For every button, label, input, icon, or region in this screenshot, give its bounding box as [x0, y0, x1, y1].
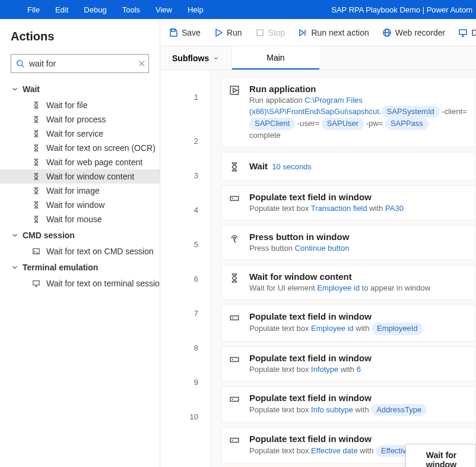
step-desc: Populate text box Transaction field with…	[249, 203, 468, 214]
tree-item[interactable]: Wait for file	[0, 98, 160, 112]
globe-icon	[382, 28, 392, 37]
tree-category-label: Terminal emulation	[23, 263, 98, 272]
run-next-button[interactable]: Run next action	[298, 28, 369, 37]
step-icon	[229, 394, 240, 405]
action-search-input[interactable]	[29, 59, 133, 68]
toolbar: Save Run Stop Run next action Web record…	[160, 19, 476, 46]
tree-item[interactable]: Wait for service	[0, 127, 160, 141]
tree-category-label: CMD session	[23, 231, 75, 240]
tree-item[interactable]: Wait for web page content	[0, 155, 160, 169]
flow-step[interactable]: Populate text field in windowPopulate te…	[221, 305, 476, 341]
sidebar-title: Actions	[0, 30, 160, 54]
flow-step[interactable]: Populate text field in windowPopulate te…	[221, 346, 476, 381]
drag-tooltip-title: Wait for window content	[426, 450, 467, 467]
menu-file[interactable]: File	[27, 5, 40, 14]
menu-edit[interactable]: Edit	[55, 5, 68, 14]
tree-item-label: Wait for text on CMD session	[46, 247, 154, 256]
action-icon	[32, 144, 40, 152]
chevron-down-icon	[11, 85, 19, 93]
tree-item-label: Wait for image	[46, 186, 100, 195]
action-icon	[32, 215, 40, 223]
web-recorder-button[interactable]: Web recorder	[382, 28, 446, 37]
tree-item-label: Wait for text on terminal session	[46, 279, 160, 288]
subflows-dropdown[interactable]: Subflows	[160, 46, 232, 70]
tree-item-label: Wait for window	[46, 200, 104, 210]
step-icon	[229, 273, 240, 283]
action-icon	[32, 101, 40, 109]
clear-search-icon[interactable]	[138, 59, 146, 68]
stop-icon	[255, 28, 265, 37]
action-icon	[32, 201, 40, 209]
desktop-icon	[458, 28, 468, 37]
menu-view[interactable]: View	[156, 5, 172, 14]
step-title: Populate text field in window	[249, 393, 468, 403]
tree-item[interactable]: Wait for image	[0, 184, 160, 198]
step-icon	[229, 354, 240, 365]
menu-tools[interactable]: Tools	[122, 5, 140, 14]
action-icon	[32, 158, 40, 166]
tree-item[interactable]: Wait for process	[0, 112, 160, 127]
line-number: 6	[160, 261, 210, 296]
tree-category-label: Wait	[23, 84, 40, 94]
desktop-recorder-button[interactable]: Desktop recon	[458, 28, 476, 37]
step-title: Populate text field in window	[249, 311, 468, 321]
step-icon	[229, 435, 240, 446]
step-desc: Press button Continue button	[249, 243, 468, 254]
tree-item-label: Wait for file	[46, 100, 88, 110]
line-number: 4	[160, 193, 210, 227]
drag-tooltip: Wait for window content Wait for window …	[405, 444, 476, 467]
run-button[interactable]: Run	[214, 28, 242, 37]
line-gutter: 12345678910	[160, 70, 211, 467]
action-tree: WaitWait for fileWait for processWait fo…	[0, 80, 160, 291]
step-desc: Populate text box Infotype with 6	[249, 364, 468, 375]
action-search[interactable]	[11, 54, 149, 73]
step-title: Populate text field in window	[249, 353, 468, 363]
tree-item-label: Wait for window content	[46, 172, 134, 181]
line-number: 3	[160, 158, 210, 193]
subflow-bar: Subflows Main	[160, 46, 476, 70]
line-number: 5	[160, 227, 210, 261]
menu-debug[interactable]: Debug	[84, 5, 106, 14]
tree-category[interactable]: Terminal emulation	[0, 258, 160, 276]
flow-step[interactable]: Press button in windowPress button Conti…	[221, 225, 476, 260]
action-icon	[32, 247, 40, 255]
step-desc: Wait for UI element Employee id to appea…	[249, 283, 468, 294]
search-icon	[16, 59, 24, 68]
flow-step[interactable]: Wait for window contentWait for UI eleme…	[221, 265, 476, 300]
line-number: 9	[160, 365, 210, 399]
tree-item-label: Wait for mouse	[46, 214, 102, 224]
flow-step[interactable]: Wait 10 seconds	[221, 152, 476, 181]
tree-item[interactable]: Wait for mouse	[0, 212, 160, 226]
flow-steps: Run applicationRun application C:\Progra…	[211, 70, 476, 467]
action-icon	[32, 172, 40, 181]
step-desc: Populate text box Info subtype with Addr…	[249, 404, 468, 416]
tree-item[interactable]: Wait for text on terminal session	[0, 276, 160, 291]
save-button[interactable]: Save	[169, 28, 201, 37]
tree-category[interactable]: CMD session	[0, 226, 160, 244]
tab-main[interactable]: Main	[232, 46, 319, 70]
step-desc: Run application C:\Program Files (x86)\S…	[249, 95, 468, 141]
action-icon	[32, 279, 40, 288]
tree-item[interactable]: Wait for text on CMD session	[0, 244, 160, 258]
tree-item[interactable]: Wait for text on screen (OCR)	[0, 141, 160, 155]
menu-help[interactable]: Help	[188, 5, 204, 14]
tree-item-label: Wait for process	[46, 115, 106, 124]
flow-step[interactable]: Populate text field in windowPopulate te…	[221, 185, 476, 220]
title-bar: File Edit Debug Tools View Help SAP RPA …	[0, 0, 476, 19]
run-next-icon	[298, 28, 307, 37]
step-desc: Populate text box Employee id with Emplo…	[249, 323, 468, 335]
flow-step[interactable]: Populate text field in windowPopulate te…	[221, 386, 476, 422]
actions-sidebar: Actions WaitWait for fileWait for proces…	[0, 19, 160, 467]
tree-item-label: Wait for web page content	[46, 157, 142, 167]
tree-item-label: Wait for text on screen (OCR)	[46, 143, 156, 153]
line-number: 10	[160, 399, 210, 434]
step-title: Run application	[249, 84, 468, 94]
stop-button[interactable]: Stop	[255, 28, 285, 37]
save-icon	[169, 28, 178, 37]
tree-category[interactable]: Wait	[0, 80, 160, 98]
line-number: 1	[160, 70, 210, 124]
tree-item[interactable]: Wait for window	[0, 198, 160, 212]
step-icon	[229, 233, 240, 244]
tree-item[interactable]: Wait for window content	[0, 169, 160, 184]
flow-step[interactable]: Run applicationRun application C:\Progra…	[221, 77, 476, 147]
